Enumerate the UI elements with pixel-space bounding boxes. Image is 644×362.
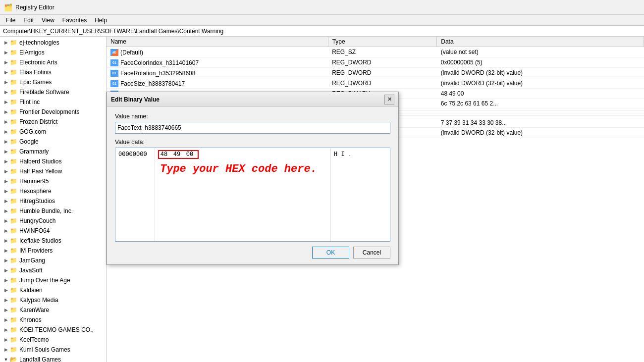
- tree-arrow: ▶: [2, 118, 10, 126]
- reg-type: REG_DWORD: [328, 78, 437, 89]
- tree-item-khronos[interactable]: ▶ 📁 Khronos: [0, 315, 106, 325]
- table-row[interactable]: 01 FaceColorIndex_h311401607 REG_DWORD 0…: [107, 57, 644, 68]
- tree-arrow: ▶: [2, 138, 10, 146]
- tree-arrow: ▶: [2, 207, 10, 215]
- reg-data: 6c 75 2c 63 61 65 2...: [437, 99, 644, 108]
- tree-item-koeitecmo[interactable]: ▶ 📁 KoeiTecmo: [0, 335, 106, 345]
- tree-arrow: ▶: [2, 177, 10, 185]
- tree-item-iceflake[interactable]: ▶ 📁 Iceflake Studios: [0, 236, 106, 246]
- tree-item-frozen[interactable]: ▶ 📁 Frozen District: [0, 117, 106, 127]
- dword-icon: 01: [110, 59, 118, 66]
- folder-icon: 📁: [10, 99, 18, 105]
- tree-arrow: ▶: [2, 108, 10, 116]
- folder-icon: 📁: [10, 118, 18, 125]
- cancel-button[interactable]: Cancel: [353, 247, 390, 259]
- hex-editor[interactable]: 00000000 48 49 00 Type your HEX code her…: [115, 148, 390, 242]
- tree-arrow: ▶: [2, 187, 10, 195]
- tree-item-karenware[interactable]: ▶ 📁 KarenWare: [0, 305, 106, 315]
- tree-arrow: ▶: [2, 98, 10, 106]
- tree-item-hitreg[interactable]: ▶ 📁 HitregStudios: [0, 196, 106, 206]
- tree-item-hammer95[interactable]: ▶ 📁 Hammer95: [0, 176, 106, 186]
- value-name-input[interactable]: [115, 122, 390, 134]
- tree-arrow: ▶: [2, 148, 10, 155]
- ab-icon: ab: [110, 49, 118, 56]
- folder-icon: 📁: [10, 237, 18, 244]
- reg-data: 7 37 39 31 34 33 30 38...: [437, 118, 644, 128]
- tree-item-elamigos[interactable]: ▶ 📁 ElAmigos: [0, 48, 106, 57]
- menu-file[interactable]: File: [2, 16, 19, 25]
- tree-arrow: ▼: [2, 356, 10, 362]
- tree-arrow: ▶: [2, 257, 10, 264]
- reg-data: 48 49 00: [437, 89, 644, 99]
- table-row[interactable]: 01 FaceSize_h3883780417 REG_DWORD (inval…: [107, 78, 644, 89]
- reg-data: (invalid DWORD (32-bit) value): [437, 128, 644, 138]
- reg-data: (value not set): [437, 47, 644, 57]
- folder-icon: 📁: [10, 336, 18, 343]
- hex-values-area[interactable]: 48 49 00 Type your HEX code here.: [155, 148, 330, 241]
- tree-item-frontier[interactable]: ▶ 📁 Frontier Developments: [0, 107, 106, 117]
- tree-item-humble[interactable]: ▶ 📁 Humble Bundle, Inc.: [0, 206, 106, 216]
- tree-label: Elias Fotinis: [19, 69, 52, 76]
- tree-item-hungry[interactable]: ▶ 📁 HungryCouch: [0, 216, 106, 226]
- reg-data: 0x00000005 (5): [437, 57, 644, 68]
- tree-item-kalypso[interactable]: ▶ 📁 Kalypso Media: [0, 295, 106, 305]
- tree-item-jamgang[interactable]: ▶ 📁 JamGang: [0, 256, 106, 265]
- tree-item-ej-technologies[interactable]: ▶ 📁 ej-technologies: [0, 38, 106, 48]
- tree-item-half-past-yellow[interactable]: ▶ 📁 Half Past Yellow: [0, 166, 106, 176]
- folder-icon: 📁: [10, 227, 18, 234]
- tree-item-kaldaien[interactable]: ▶ 📁 Kaldaien: [0, 285, 106, 295]
- table-row[interactable]: 01 FaceRotation_h3532958608 REG_DWORD (i…: [107, 68, 644, 78]
- dialog-close-button[interactable]: ✕: [384, 95, 394, 104]
- tree-item-elias-fotinis[interactable]: ▶ 📁 Elias Fotinis: [0, 67, 106, 77]
- tree-item-landfall[interactable]: ▼ 📂 Landfall Games: [0, 355, 106, 362]
- tree-item-hwinfo[interactable]: ▶ 📁 HWiNFO64: [0, 226, 106, 236]
- table-row[interactable]: ab (Default) REG_SZ (value not set): [107, 47, 644, 57]
- tree-item-jump-over[interactable]: ▶ 📁 Jump Over the Age: [0, 275, 106, 285]
- tree-arrow: ▶: [2, 306, 10, 314]
- tree-item-javasoft[interactable]: ▶ 📁 JavaSoft: [0, 265, 106, 275]
- menu-favorites[interactable]: Favorites: [58, 16, 91, 25]
- tree-label: ej-technologies: [19, 39, 59, 46]
- tree-label: HWiNFO64: [19, 227, 50, 234]
- tree-arrow: ▶: [2, 247, 10, 255]
- tree-item-electronic-arts[interactable]: ▶ 📁 Electronic Arts: [0, 57, 106, 67]
- folder-icon: 📁: [10, 346, 18, 353]
- dialog-title-bar: Edit Binary Value ✕: [107, 92, 398, 107]
- folder-icon: 📁: [10, 158, 18, 165]
- menu-edit[interactable]: Edit: [19, 16, 38, 25]
- tree-item-gog[interactable]: ▶ 📁 GOG.com: [0, 127, 106, 137]
- ok-button[interactable]: OK: [312, 247, 349, 259]
- tree-label: JamGang: [19, 257, 45, 264]
- edit-binary-dialog: Edit Binary Value ✕ Value name: Value da…: [107, 92, 399, 265]
- tree-item-im-providers[interactable]: ▶ 📁 IM Providers: [0, 246, 106, 256]
- address-path: Computer\HKEY_CURRENT_USER\SOFTWARE\Land…: [3, 28, 223, 35]
- tree-item-fireblade[interactable]: ▶ 📁 Fireblade Software: [0, 87, 106, 97]
- hex-annotation: Type your HEX code here.: [160, 163, 327, 175]
- tree-label: Landfall Games: [19, 356, 61, 362]
- tree-arrow: ▶: [2, 336, 10, 344]
- folder-icon: 📁: [10, 69, 18, 76]
- tree-label: Jump Over the Age: [19, 277, 70, 284]
- tree-item-google[interactable]: ▶ 📁 Google: [0, 137, 106, 147]
- menu-help[interactable]: Help: [91, 16, 111, 25]
- tree-item-halberd[interactable]: ▶ 📁 Halberd Studios: [0, 156, 106, 166]
- value-name-label: Value name:: [115, 113, 390, 120]
- tree-arrow: ▶: [2, 68, 10, 76]
- tree-item-flint[interactable]: ▶ 📁 Flint inc: [0, 97, 106, 107]
- folder-icon: 📁: [10, 108, 18, 115]
- tree-label: Humble Bundle, Inc.: [19, 207, 73, 214]
- tree-panel[interactable]: ▶ 📁 ej-technologies ▶ 📁 ElAmigos ▶ 📁 Ele…: [0, 37, 107, 362]
- tree-arrow: ▶: [2, 197, 10, 205]
- tree-item-kumi-souls[interactable]: ▶ 📁 Kumi Souls Games: [0, 345, 106, 355]
- tree-item-hexosphere[interactable]: ▶ 📁 Hexosphere: [0, 186, 106, 196]
- tree-arrow: ▶: [2, 217, 10, 225]
- tree-label: KoeiTecmo: [19, 336, 49, 343]
- reg-data: (invalid DWORD (32-bit) value): [437, 68, 644, 78]
- tree-label: Frozen District: [19, 118, 57, 125]
- folder-icon: 📁: [10, 297, 18, 304]
- tree-item-epic-games[interactable]: ▶ 📁 Epic Games: [0, 77, 106, 87]
- tree-label: Kumi Souls Games: [19, 346, 70, 353]
- tree-item-grammarly[interactable]: ▶ 📁 Grammarly: [0, 147, 106, 156]
- menu-view[interactable]: View: [38, 16, 58, 25]
- tree-item-koei-tecmo[interactable]: ▶ 📁 KOEI TECMO GAMES CO.,: [0, 325, 106, 335]
